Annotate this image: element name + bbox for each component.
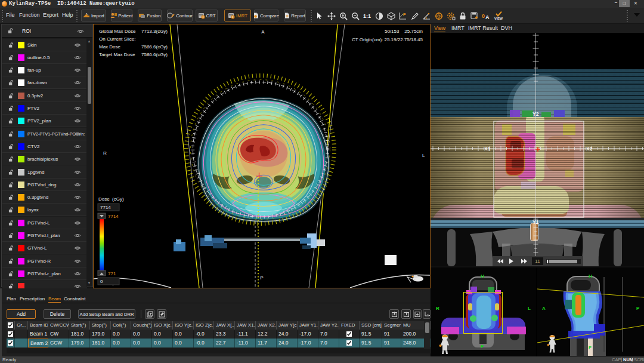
svg-text:VIEW: VIEW bbox=[494, 17, 503, 20]
svg-text:Y2: Y2 bbox=[532, 111, 539, 117]
svg-text:Y1: Y1 bbox=[532, 219, 539, 225]
svg-text:771: 771 bbox=[108, 271, 116, 276]
svg-text:X1: X1 bbox=[484, 146, 491, 152]
svg-text:7586.6(cGy): 7586.6(cGy) bbox=[141, 44, 168, 50]
svg-text:X2: X2 bbox=[586, 146, 593, 152]
svg-text:7586.6(cGy): 7586.6(cGy) bbox=[141, 52, 168, 57]
svg-text:R: R bbox=[103, 150, 107, 156]
svg-text:7714: 7714 bbox=[108, 214, 119, 219]
svg-text:Global Max Dose: Global Max Dose bbox=[99, 29, 136, 34]
svg-text:CT Origin(cm): 25.19/22.75/18.: CT Origin(cm): 25.19/22.75/18.45 bbox=[352, 37, 423, 42]
svg-text:0: 0 bbox=[482, 13, 485, 19]
svg-text:50/153 25.75cm: 50/153 25.75cm bbox=[385, 29, 423, 34]
svg-text:0: 0 bbox=[100, 279, 103, 284]
svg-text:P: P bbox=[403, 13, 406, 17]
svg-text:A: A bbox=[485, 14, 490, 20]
svg-text:7713.3(cGy): 7713.3(cGy) bbox=[141, 29, 168, 34]
svg-text:L: L bbox=[422, 153, 425, 158]
svg-text:P: P bbox=[260, 275, 263, 281]
svg-text:Dose (cGy): Dose (cGy) bbox=[98, 196, 124, 202]
svg-text:Target Max Dose: Target Max Dose bbox=[99, 52, 135, 57]
svg-text:A: A bbox=[261, 29, 265, 35]
svg-text:Max Dose: Max Dose bbox=[99, 44, 121, 50]
svg-text:7714: 7714 bbox=[100, 205, 111, 210]
svg-text:On Current Slice:: On Current Slice: bbox=[99, 36, 135, 42]
